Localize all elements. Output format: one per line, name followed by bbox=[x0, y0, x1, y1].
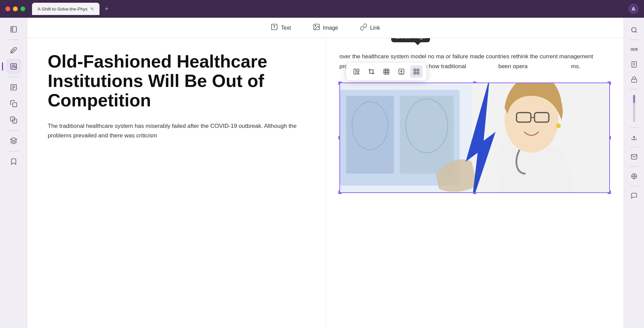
svg-point-45 bbox=[556, 123, 561, 128]
right-sidebar: OCR bbox=[624, 18, 644, 328]
svg-marker-16 bbox=[10, 138, 16, 141]
sidebar-divider-1 bbox=[8, 40, 19, 40]
book-icon[interactable] bbox=[6, 22, 21, 37]
tab-area: A-Shift-to-Solve-the-Phys ✎ + bbox=[32, 3, 111, 15]
svg-rect-38 bbox=[400, 96, 454, 174]
maximize-button[interactable] bbox=[20, 6, 25, 11]
svg-rect-24 bbox=[357, 73, 359, 74]
svg-point-21 bbox=[315, 25, 316, 26]
page-content: Old-Fashioned Healthcare Institutions Wi… bbox=[27, 38, 624, 328]
export-button[interactable] bbox=[395, 65, 408, 78]
svg-rect-23 bbox=[357, 69, 359, 72]
image-label: Image bbox=[323, 25, 338, 31]
chat-icon[interactable] bbox=[627, 189, 641, 203]
avatar[interactable]: A bbox=[628, 4, 639, 14]
traffic-lights bbox=[5, 6, 25, 11]
scrollbar-track[interactable] bbox=[633, 95, 635, 122]
svg-rect-53 bbox=[631, 79, 637, 82]
extract-page-icon[interactable] bbox=[627, 58, 641, 71]
tab-title: A-Shift-to-Solve-the-Phys bbox=[37, 6, 88, 12]
svg-rect-32 bbox=[417, 72, 419, 74]
trim-button[interactable] bbox=[380, 65, 393, 78]
link-tool[interactable]: Link bbox=[356, 20, 384, 35]
link-icon bbox=[360, 23, 367, 32]
svg-point-56 bbox=[633, 176, 635, 177]
doc-area: Text Image bbox=[27, 18, 624, 328]
tab-edit-icon[interactable]: ✎ bbox=[90, 6, 94, 12]
crop-button[interactable] bbox=[365, 65, 378, 78]
svg-rect-30 bbox=[417, 69, 419, 71]
list-doc-icon[interactable] bbox=[6, 80, 21, 95]
title-bar: A-Shift-to-Solve-the-Phys ✎ + A bbox=[0, 0, 644, 18]
floating-toolbar: Extract Image bbox=[346, 63, 427, 80]
text-tool[interactable]: Text bbox=[266, 20, 295, 35]
save-icon[interactable] bbox=[627, 169, 641, 183]
edit-doc-icon[interactable] bbox=[6, 59, 21, 74]
text-label: Text bbox=[281, 25, 291, 31]
page-body-text: The traditional healthcare system has mi… bbox=[48, 121, 305, 141]
minimize-button[interactable] bbox=[13, 6, 18, 11]
image-container[interactable] bbox=[339, 83, 610, 193]
doctor-image bbox=[340, 83, 609, 192]
share-icon[interactable] bbox=[627, 131, 641, 144]
right-divider-6 bbox=[629, 186, 639, 186]
svg-rect-26 bbox=[384, 69, 389, 74]
right-divider-5 bbox=[629, 166, 639, 167]
extract-image-tooltip: Extract Image bbox=[391, 38, 430, 42]
add-tab-button[interactable]: + bbox=[102, 4, 111, 14]
lock-icon[interactable] bbox=[627, 73, 641, 86]
layers-icon[interactable] bbox=[6, 133, 21, 148]
sidebar-divider-2 bbox=[8, 77, 19, 77]
svg-line-4 bbox=[10, 49, 15, 53]
right-divider-1 bbox=[629, 40, 639, 40]
duplicate-icon[interactable] bbox=[6, 113, 21, 128]
svg-line-48 bbox=[635, 31, 637, 33]
ocr-icon[interactable]: OCR bbox=[627, 43, 641, 56]
svg-rect-25 bbox=[370, 70, 373, 73]
link-label: Link bbox=[370, 25, 380, 31]
right-page: over the healthcare system model no ma o… bbox=[325, 38, 624, 328]
layout-button[interactable] bbox=[350, 65, 363, 78]
text-icon bbox=[271, 23, 278, 32]
svg-rect-13 bbox=[13, 103, 17, 107]
main-area: Text Image bbox=[0, 18, 644, 328]
svg-rect-0 bbox=[11, 27, 16, 32]
left-sidebar bbox=[0, 18, 27, 328]
bookmark-icon[interactable] bbox=[6, 154, 21, 169]
right-divider-2 bbox=[629, 89, 639, 89]
left-page: Old-Fashioned Healthcare Institutions Wi… bbox=[27, 38, 325, 328]
mail-icon[interactable] bbox=[627, 150, 641, 164]
page-heading: Old-Fashioned Healthcare Institutions Wi… bbox=[48, 52, 305, 110]
title-bar-right: A bbox=[628, 4, 639, 14]
svg-rect-29 bbox=[414, 69, 416, 71]
close-button[interactable] bbox=[5, 6, 10, 11]
image-selection-area: Extract Image bbox=[339, 83, 610, 194]
active-tab[interactable]: A-Shift-to-Solve-the-Phys ✎ bbox=[32, 3, 99, 15]
svg-point-47 bbox=[631, 28, 636, 32]
svg-rect-22 bbox=[354, 69, 356, 74]
right-divider-3 bbox=[629, 128, 639, 128]
brush-icon[interactable] bbox=[6, 43, 21, 58]
copy-icon[interactable] bbox=[6, 96, 21, 111]
right-divider-4 bbox=[629, 147, 639, 147]
ocr-label: OCR bbox=[630, 48, 638, 51]
sidebar-divider-4 bbox=[8, 151, 19, 151]
image-icon bbox=[313, 23, 320, 32]
search-icon[interactable] bbox=[627, 23, 641, 37]
image-tool[interactable]: Image bbox=[309, 20, 342, 35]
sidebar-divider-3 bbox=[8, 130, 19, 131]
svg-rect-31 bbox=[414, 72, 416, 74]
top-toolbar: Text Image bbox=[27, 18, 624, 38]
scrollbar-thumb[interactable] bbox=[633, 95, 635, 103]
extract-image-button[interactable] bbox=[410, 65, 423, 78]
